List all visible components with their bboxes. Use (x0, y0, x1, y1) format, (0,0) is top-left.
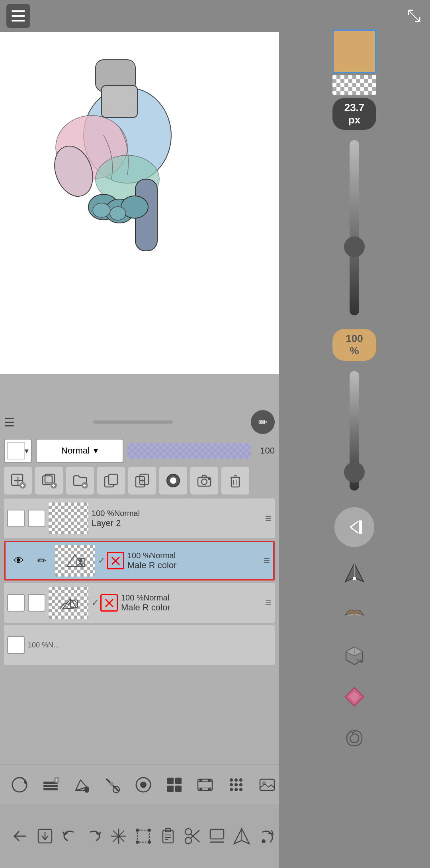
hamburger-line (12, 15, 25, 17)
copy-layer-button[interactable] (97, 467, 125, 495)
pen-nib-icon (232, 826, 252, 846)
pen-nib-button[interactable] (229, 820, 254, 852)
layers-pen-button[interactable]: ✏ (251, 410, 275, 434)
svg-point-35 (201, 479, 207, 485)
svg-point-44 (79, 559, 82, 562)
layer-visibility-check-layer2[interactable] (7, 510, 25, 527)
camera-icon (196, 473, 212, 489)
layer-partial-text: 100 %N... (28, 641, 59, 649)
brush-size-display: 23.7px (332, 98, 376, 130)
svg-line-115 (350, 527, 358, 533)
layer-visibility-partial[interactable] (7, 636, 25, 654)
delete-layer-button[interactable] (221, 467, 249, 495)
layer-badge-check-2: ✓ (92, 598, 99, 608)
svg-rect-27 (109, 474, 117, 485)
eraser-tool-button[interactable] (338, 681, 370, 713)
color-swatch-primary[interactable] (332, 29, 376, 73)
brush-settings-button[interactable] (98, 771, 126, 799)
undo-icon (60, 826, 80, 846)
lasso-tool-button[interactable] (338, 722, 370, 754)
svg-point-73 (235, 778, 238, 782)
grid-tool-button[interactable] (160, 771, 188, 799)
brush-size-value: 23.7px (344, 102, 365, 126)
opacity-slider-thumb[interactable] (344, 462, 365, 483)
rotate-right-icon (256, 826, 276, 846)
expand-button[interactable] (402, 4, 426, 28)
brush-size-slider[interactable] (350, 140, 359, 315)
layers-hamburger-button[interactable]: ☰ (4, 415, 15, 429)
back-button[interactable] (8, 820, 33, 852)
canvas-area[interactable] (0, 32, 279, 374)
image-tool-icon (258, 776, 276, 794)
layer-row-male-r-2[interactable]: ✓ 100 %Normal Male R color ≡ (4, 583, 275, 623)
opacity-slider[interactable] (350, 371, 359, 491)
layer-row-partial[interactable]: 100 %N... (4, 625, 275, 665)
clipboard-button[interactable] (156, 820, 180, 852)
layer-row-male-r-active[interactable]: 👁 ✏ ✓ 100 %Normal Male R color ≡ (4, 541, 275, 581)
svg-rect-68 (199, 779, 202, 782)
layer-thumb-content (49, 502, 88, 534)
svg-point-9 (93, 203, 110, 217)
camera-button[interactable] (190, 467, 218, 495)
transform-button[interactable] (131, 820, 156, 852)
layer-opacity-bar[interactable] (127, 443, 251, 459)
layer-icon-row (4, 467, 275, 495)
layer-menu-button-2[interactable]: ≡ (265, 596, 272, 609)
right-sidebar: 23.7px 100% (279, 0, 430, 868)
svg-rect-69 (208, 779, 211, 782)
image-tool-button[interactable] (253, 771, 281, 799)
bottom-nav (0, 804, 287, 868)
layer-visibility-check-2[interactable] (7, 594, 25, 612)
layers-tool-button[interactable] (37, 771, 64, 799)
svg-point-55 (84, 786, 89, 793)
3d-tool-button[interactable] (338, 639, 370, 671)
layer-edit-check-layer2[interactable] (28, 510, 45, 527)
save-button[interactable] (33, 820, 57, 852)
svg-point-75 (230, 783, 233, 786)
redo-button[interactable] (82, 820, 106, 852)
svg-point-59 (109, 782, 113, 786)
layer-color-swatch (7, 442, 25, 459)
sparkle-button[interactable] (106, 820, 131, 852)
svg-point-100 (185, 837, 192, 844)
blend-mode-chevron: ▾ (94, 446, 98, 456)
add-layer-button[interactable] (4, 467, 32, 495)
collapse-panel-button[interactable] (334, 507, 374, 547)
add-group-button[interactable] (35, 467, 63, 495)
paint-bucket-button[interactable] (67, 771, 95, 799)
layers-pen-icon: ✏ (258, 416, 268, 429)
layer-row-layer2[interactable]: 100 %Normal Layer 2 ≡ (4, 499, 275, 538)
hamburger-button[interactable] (6, 4, 30, 28)
brush-size-slider-thumb[interactable] (344, 237, 365, 257)
layer-badges-2: ✓ (92, 594, 118, 612)
rotate-tool-button[interactable] (6, 771, 33, 799)
rotate-right-button[interactable] (254, 820, 279, 852)
redo-icon (84, 826, 104, 846)
svg-point-91 (136, 829, 139, 832)
layer-edit-check-2[interactable] (28, 594, 45, 612)
dots-tool-button[interactable] (222, 771, 250, 799)
layer-visibility-eye-active[interactable]: 👁 (9, 551, 29, 571)
svg-rect-81 (260, 779, 274, 790)
circle-tool-button[interactable] (129, 771, 157, 799)
svg-point-119 (353, 577, 356, 580)
opacity-value: 100% (346, 332, 363, 357)
add-folder-button[interactable] (66, 467, 94, 495)
layer-color-chevron[interactable]: ▾ (25, 446, 29, 456)
layer-color-picker[interactable]: ▾ (4, 439, 32, 463)
layer-name-label-2: Male R color (121, 602, 262, 613)
paste-layer-button[interactable] (128, 467, 156, 495)
right-tool-icons (334, 507, 374, 754)
undo-button[interactable] (57, 820, 82, 852)
blend-mode-select[interactable]: Normal ▾ (36, 439, 123, 463)
layer-menu-button-layer2[interactable]: ≡ (265, 512, 272, 525)
bird-tool-button[interactable] (338, 598, 370, 630)
stamp-button[interactable] (205, 820, 230, 852)
mask-button[interactable] (159, 467, 187, 495)
scissors-button[interactable] (180, 820, 205, 852)
layer-menu-button-active[interactable]: ≡ (264, 554, 270, 567)
color-swatch-transparent[interactable] (332, 75, 376, 95)
film-tool-button[interactable] (191, 771, 219, 799)
layer-edit-pen-active[interactable]: ✏ (32, 551, 52, 571)
pen-tool-button[interactable] (338, 557, 370, 588)
